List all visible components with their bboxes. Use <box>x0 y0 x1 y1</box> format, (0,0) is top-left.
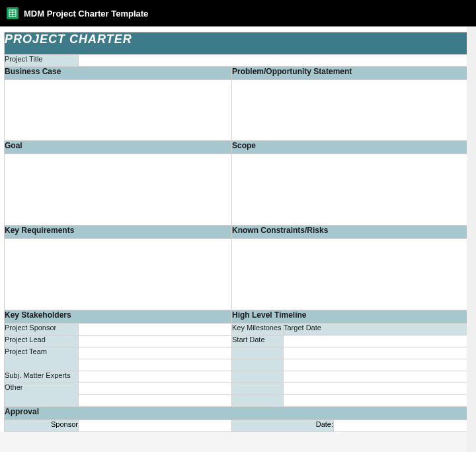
milestone-label-2[interactable] <box>232 359 284 371</box>
sme-label: Subj. Matter Experts <box>5 371 79 383</box>
app-topbar: MDM Project Charter Template <box>0 0 476 26</box>
vertical-scrollbar[interactable] <box>467 26 476 452</box>
milestone-date-3[interactable] <box>284 371 467 383</box>
business-case-header: Business Case <box>5 67 232 80</box>
milestone-date-1[interactable] <box>284 347 467 359</box>
approval-date-value[interactable] <box>334 420 467 432</box>
project-lead-value[interactable] <box>79 336 232 347</box>
high-level-timeline-header: High Level Timeline <box>232 310 467 324</box>
key-stakeholders-header: Key Stakeholders <box>5 310 232 324</box>
document-title[interactable]: MDM Project Charter Template <box>24 9 148 19</box>
start-date-label: Start Date <box>232 336 284 347</box>
other-value-1[interactable] <box>79 383 232 395</box>
project-title-value[interactable] <box>79 55 467 67</box>
scope-cell[interactable] <box>232 154 467 226</box>
scope-header: Scope <box>232 141 467 154</box>
milestone-label-3[interactable] <box>232 371 284 383</box>
start-date-value[interactable] <box>284 336 467 347</box>
milestone-date-5[interactable] <box>284 395 467 407</box>
target-date-label: Target Date <box>284 324 467 336</box>
milestone-label-5[interactable] <box>232 395 284 407</box>
key-requirements-header: Key Requirements <box>5 226 232 239</box>
problem-statement-cell[interactable] <box>232 80 467 141</box>
approval-sponsor-label: Sponsor <box>5 420 79 432</box>
goal-header: Goal <box>5 141 232 154</box>
project-lead-label: Project Lead <box>5 336 79 347</box>
project-sponsor-value[interactable] <box>79 324 232 336</box>
project-team-value-1[interactable] <box>79 347 232 359</box>
milestone-date-4[interactable] <box>284 383 467 395</box>
approval-date-label: Date: <box>232 420 334 432</box>
google-sheets-icon <box>7 7 19 19</box>
other-label: Other <box>5 383 79 407</box>
sheet-container: PROJECT CHARTER Project Title Business C… <box>0 26 476 432</box>
milestone-label-1[interactable] <box>232 347 284 359</box>
approval-sponsor-value[interactable] <box>79 420 232 432</box>
milestone-date-2[interactable] <box>284 359 467 371</box>
banner-title: PROJECT CHARTER <box>5 32 467 55</box>
known-constraints-cell[interactable] <box>232 239 467 310</box>
other-value-2[interactable] <box>79 395 232 407</box>
milestone-label-4[interactable] <box>232 383 284 395</box>
project-charter-table: PROJECT CHARTER Project Title Business C… <box>4 32 467 432</box>
goal-cell[interactable] <box>5 154 232 226</box>
key-requirements-cell[interactable] <box>5 239 232 310</box>
sme-value[interactable] <box>79 371 232 383</box>
business-case-cell[interactable] <box>5 80 232 141</box>
project-team-label: Project Team <box>5 347 79 371</box>
approval-header: Approval <box>5 407 467 420</box>
problem-statement-header: Problem/Opportunity Statement <box>232 67 467 80</box>
key-milestones-label: Key Milestones <box>232 324 284 336</box>
known-constraints-header: Known Constraints/Risks <box>232 226 467 239</box>
project-title-label: Project Title <box>5 55 79 67</box>
project-team-value-2[interactable] <box>79 359 232 371</box>
project-sponsor-label: Project Sponsor <box>5 324 79 336</box>
